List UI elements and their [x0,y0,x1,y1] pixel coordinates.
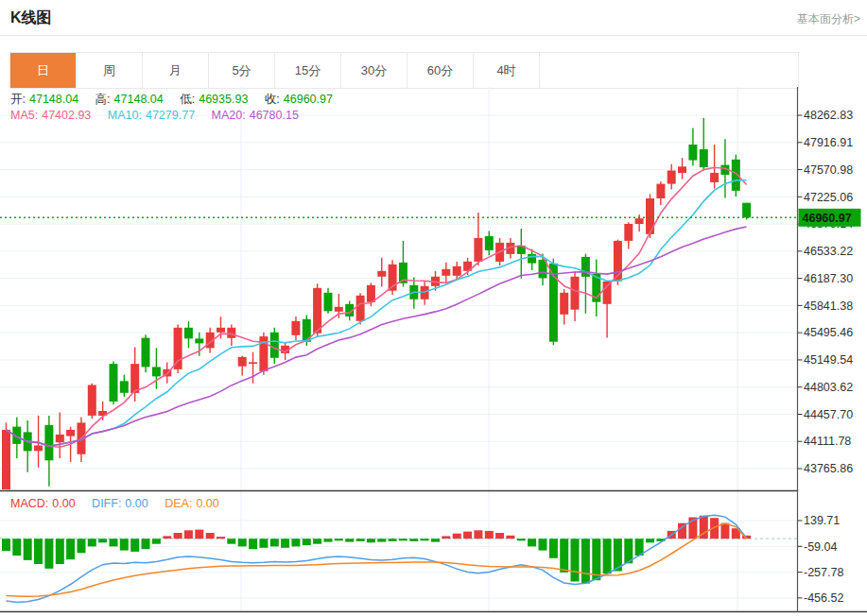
dea-label: DEA: [165,497,192,510]
close-label: 收: [265,93,280,106]
close-value: 46960.97 [284,93,333,106]
svg-text:-257.78: -257.78 [804,566,843,579]
svg-text:48262.83: 48262.83 [804,109,853,122]
diff-label: DIFF: [92,497,121,510]
svg-text:45495.46: 45495.46 [804,326,853,339]
timeframe-tabs: 日周月5分15分30分60分4时 [9,52,799,89]
tab-4时[interactable]: 4时 [474,53,540,88]
kline-page: K线图 基本面分析> 日周月5分15分30分60分4时 48262.834791… [0,0,867,616]
diff-value: 0.00 [125,497,147,510]
ohlc-legend: 开:47148.04 高:47148.04 低:46935.93 收:46960… [10,92,337,108]
page-header: K线图 基本面分析> [0,0,867,36]
svg-text:46960.97: 46960.97 [803,212,852,225]
high-label: 高: [95,93,111,106]
dea-value: 0.00 [196,497,218,510]
svg-text:139.71: 139.71 [804,514,840,527]
fundamental-analysis-link[interactable]: 基本面分析> [797,11,860,27]
svg-text:44803.62: 44803.62 [804,381,853,394]
tab-30分[interactable]: 30分 [341,53,407,88]
ma5-value: 47402.93 [42,109,91,122]
tab-周[interactable]: 周 [77,53,143,88]
ma10-value: 47279.77 [146,109,195,122]
svg-text:45841.38: 45841.38 [804,299,853,313]
kline-chart-svg[interactable]: 48262.8347916.9147570.9847225.0646879.14… [0,87,867,616]
low-label: 低: [180,93,195,106]
svg-text:44111.78: 44111.78 [804,435,851,448]
macd-value: 0.00 [52,497,75,510]
macd-legend: MACD:0.00 DIFF:0.00 DEA:0.00 [10,497,223,510]
svg-text:46187.30: 46187.30 [804,272,853,285]
svg-text:47916.91: 47916.91 [804,136,853,149]
high-value: 47148.04 [114,93,164,106]
tab-5分[interactable]: 5分 [209,53,275,88]
open-label: 开: [10,93,26,106]
ma-legend: MA5:47402.93 MA10:47279.77 MA20:46780.15 [10,109,303,122]
ma20-value: 46780.15 [250,109,299,122]
svg-text:47225.06: 47225.06 [804,191,853,204]
svg-text:43765.86: 43765.86 [804,462,853,475]
ma5-label: MA5: [10,109,38,122]
tab-60分[interactable]: 60分 [407,53,474,88]
macd-label: MACD: [10,497,48,510]
tab-月[interactable]: 月 [143,53,209,88]
svg-text:46533.22: 46533.22 [804,245,853,258]
ma20-label: MA20: [212,109,246,122]
svg-text:44457.70: 44457.70 [804,408,853,421]
low-value: 46935.93 [199,93,248,106]
svg-text:45149.54: 45149.54 [804,353,853,367]
chart-area[interactable]: 48262.8347916.9147570.9847225.0646879.14… [0,87,867,616]
svg-text:-59.04: -59.04 [804,540,837,554]
open-value: 47148.04 [29,93,78,106]
tab-15分[interactable]: 15分 [275,53,341,88]
tab-日[interactable]: 日 [10,53,77,88]
ma10-label: MA10: [108,109,142,122]
svg-text:47570.98: 47570.98 [804,163,853,177]
svg-text:-456.52: -456.52 [804,591,843,605]
page-title: K线图 [10,9,52,28]
